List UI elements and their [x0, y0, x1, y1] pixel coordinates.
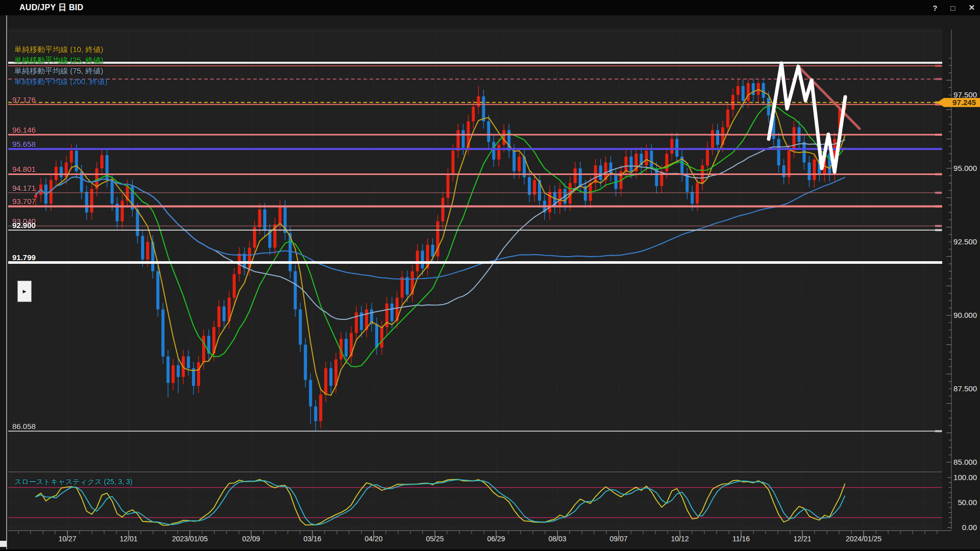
price-axis-label: 85.000: [945, 458, 977, 466]
date-axis-label: 2024/01/25: [836, 535, 892, 543]
level-price-label: 86.058: [12, 422, 36, 431]
stoch-axis-label: 100.00: [945, 473, 977, 482]
date-axis-label: 11/16: [713, 535, 769, 543]
level-price-label: 92.900: [12, 221, 36, 230]
stoch-axis-label: 0.00: [945, 523, 977, 532]
price-axis-label: 87.500: [945, 384, 977, 393]
date-axis-label: 10/27: [39, 535, 95, 543]
current-price-badge: 97.245: [937, 98, 980, 107]
date-axis-label: 06/29: [468, 535, 524, 543]
date-axis-label: 08/03: [529, 535, 585, 543]
date-axis-label: 09/07: [591, 535, 647, 543]
window-left-border: [6, 15, 7, 551]
date-axis-label: 2023/01/05: [162, 535, 218, 543]
chevron-right-icon: ▶: [23, 289, 27, 294]
price-axis-label: 97.500: [945, 90, 977, 99]
level-price-label: 95.658: [12, 140, 36, 148]
stoch-axis-label: 50.00: [945, 498, 977, 507]
date-axis-label: 12/21: [774, 535, 830, 543]
price-chart-canvas[interactable]: [0, 0, 980, 551]
date-axis-label: 05/25: [407, 535, 463, 543]
level-price-label: 94.801: [12, 165, 36, 173]
level-price-label: 91.799: [12, 253, 36, 262]
date-axis-label: 02/09: [223, 535, 279, 543]
panel-collapse-handle[interactable]: ▶: [17, 281, 32, 302]
level-price-label: 97.176: [12, 95, 36, 104]
level-price-label: 93.707: [12, 197, 36, 206]
ma-legend-item: 単純移動平均線 (25, 終値): [14, 56, 103, 65]
stoch-legend-label: スローストキャスティクス (25, 3, 3): [14, 478, 133, 487]
price-axis-label: 90.000: [945, 311, 977, 319]
level-price-label: 94.171: [12, 184, 36, 192]
date-axis-label: 10/12: [652, 535, 708, 543]
chart-window: AUD/JPY 日 BID ? □ ✕ ▼ 単純移動平均線 (10, 終値)単純…: [0, 0, 980, 551]
date-axis-label: 04/20: [346, 535, 402, 543]
ma-legend-item: 単純移動平均線 (200, 終値): [14, 77, 108, 87]
ma-legend-item: 単純移動平均線 (10, 終値): [14, 45, 103, 55]
price-axis-label: 92.500: [945, 237, 977, 246]
date-axis-label: 03/16: [284, 535, 340, 543]
price-axis-label: 95.000: [945, 164, 977, 172]
ma-legend-item: 単純移動平均線 (75, 終値): [14, 66, 103, 76]
date-axis-label: 12/01: [101, 535, 157, 543]
resize-grip[interactable]: [0, 541, 7, 547]
level-price-label: 96.146: [12, 126, 36, 134]
